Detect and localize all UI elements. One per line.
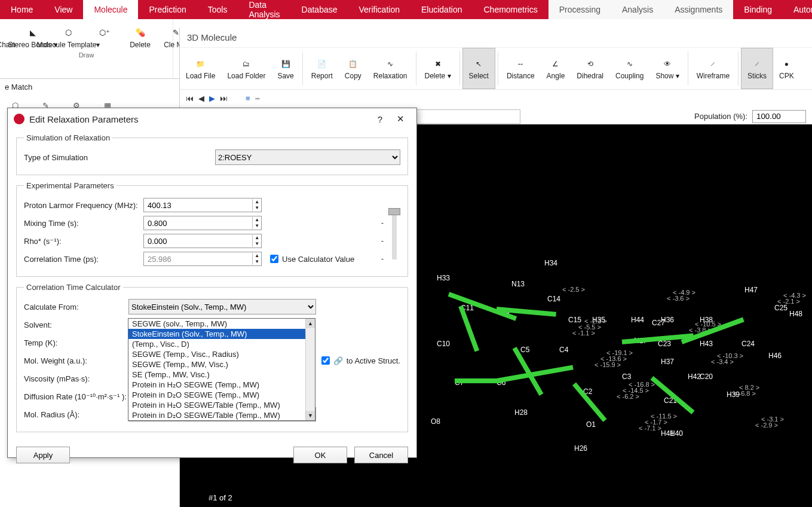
ribbon-molecule-template-[interactable]: ⬡Molecule Template▾ <box>51 22 87 51</box>
menu-tab-assignments[interactable]: Assignments <box>664 0 733 19</box>
population-input[interactable] <box>752 110 806 123</box>
menu-tab-database[interactable]: Database <box>291 0 348 19</box>
dropdown-option[interactable]: Protein in H₂O SEGWE (Temp., MW) <box>128 380 315 390</box>
scroll-down-icon[interactable]: ▼ <box>306 411 315 420</box>
menu-tab-chemometrics[interactable]: Chemometrics <box>473 0 548 19</box>
dropdown-option[interactable]: StokeEinstein (Solv., Temp., MW) <box>128 329 315 339</box>
stack-icon[interactable]: ≡ <box>246 94 250 103</box>
dropdown-option[interactable]: Protein in D₂O SEGWE (Temp., MW) <box>128 390 315 400</box>
cancel-button[interactable]: Cancel <box>354 447 408 463</box>
noe-label: < -3.1 > <box>761 416 784 423</box>
calc-from-select[interactable]: StokeEinstein (Solv., Temp., MW) <box>128 299 316 314</box>
3d-select-button[interactable]: ↖Select <box>462 48 495 89</box>
atom-label: C15 <box>568 316 581 324</box>
3d-coupling-button[interactable]: ∿Coupling <box>609 48 649 89</box>
dropdown-option[interactable]: Protein in H₂O SEGWE/Table (Temp., MW) <box>128 400 315 410</box>
noe-label: < -4.9 > <box>673 289 695 296</box>
menu-tab-prediction[interactable]: Prediction <box>138 0 197 19</box>
scroll-up-icon[interactable]: ▲ <box>306 319 315 328</box>
active-struct-label: to Active Struct. <box>347 356 400 365</box>
3d-relaxation-button[interactable]: ∿Relaxation <box>367 48 413 89</box>
menu-tab-elucidation[interactable]: Elucidation <box>410 0 473 19</box>
3d-show-button[interactable]: 👁Show ▾ <box>649 48 685 89</box>
relaxation-dialog: Edit Relaxation Parameters ? ✕ Simulatio… <box>7 108 417 458</box>
ribbon-icon: ✎ <box>0 24 5 41</box>
active-struct-checkbox[interactable] <box>321 356 330 365</box>
mix-slider-thumb[interactable] <box>388 208 400 215</box>
copy-icon: 📋 <box>347 57 360 71</box>
next-icon[interactable]: ⏭ <box>220 94 228 103</box>
noe-label: < -14.5 > <box>623 387 649 394</box>
sim-type-select[interactable]: 2:ROESY <box>215 149 400 165</box>
noe-label: < -2.1 > <box>777 298 800 305</box>
menu-tab-analysis[interactable]: Analysis <box>611 0 664 19</box>
3d-sticks-button[interactable]: ⟋Sticks <box>741 48 773 89</box>
atom-label: H44 <box>631 316 644 324</box>
rho-input[interactable]: ▲▼ <box>143 234 262 248</box>
noe-label: < -5.5 > <box>578 323 601 331</box>
3d-load-folder-button[interactable]: 🗂Load Folder <box>221 48 271 89</box>
noe-label: < -2.9 > <box>755 422 778 429</box>
3d-report-button[interactable]: 📄Report <box>305 48 339 89</box>
3d-dihedral-button[interactable]: ⟲Dihedral <box>571 48 609 89</box>
dropdown-option[interactable]: SEGWE (Temp., Visc., Radius) <box>128 349 315 359</box>
dropdown-option[interactable]: SE (Temp., MW, Visc.) <box>128 369 315 380</box>
atom-label: H28 <box>514 408 528 417</box>
wireframe-icon: ⟋ <box>706 57 719 71</box>
dropdown-option[interactable]: Protein in D₂O SEGWE/Table (Temp., MW) <box>128 410 315 420</box>
dropdown-option[interactable]: SEGWE (Temp., MW, Visc.) <box>128 359 315 369</box>
3d-distance-button[interactable]: ↔Distance <box>501 48 541 89</box>
3d-wireframe-button[interactable]: ⟋Wireframe <box>691 48 736 89</box>
atom-label: C3 <box>622 372 631 381</box>
menu-tab-molecule[interactable]: Molecule <box>83 0 138 19</box>
noe-label: < -13.6 > <box>600 355 627 362</box>
ribbon-icon[interactable]: ⬡⁺ <box>87 22 122 51</box>
use-calc-checkbox[interactable] <box>270 255 278 263</box>
menu-tab-verification[interactable]: Verification <box>348 0 410 19</box>
menu-tab-automation[interactable]: Automation <box>783 0 812 19</box>
page-indicator: #1 of 2 <box>209 493 232 502</box>
experimental-legend: Experimental Parameters <box>24 181 117 190</box>
menu-tab-binding[interactable]: Binding <box>733 0 783 19</box>
mix-slider-track[interactable] <box>392 212 397 259</box>
3d-delete-button[interactable]: ✖Delete ▾ <box>419 48 457 89</box>
menu-tab-tools[interactable]: Tools <box>197 0 238 19</box>
menu-tab-data-analysis[interactable]: Data Analysis <box>238 0 290 19</box>
menu-tab-processing[interactable]: Processing <box>549 0 611 19</box>
dropdown-option[interactable]: SEGWE (solv., Temp., MW) <box>128 319 315 329</box>
3d-load-file-button[interactable]: 📁Load File <box>180 48 221 89</box>
prev-icon[interactable]: ◀ <box>198 94 204 103</box>
atom-label: H33 <box>437 274 450 282</box>
close-button[interactable]: ✕ <box>390 111 410 127</box>
3d-cpk-button[interactable]: ●CPK <box>773 48 800 89</box>
atom-label: H40 <box>670 429 683 438</box>
play-icon[interactable]: ▶ <box>209 94 215 103</box>
ribbon-delete[interactable]: 💊Delete <box>122 22 158 51</box>
calc-from-dropdown[interactable]: SEGWE (solv., Temp., MW)StokeEinstein (S… <box>128 318 315 421</box>
anchor-icon[interactable]: ⎓ <box>255 94 260 103</box>
ok-button[interactable]: OK <box>293 447 347 463</box>
menu-tab-home[interactable]: Home <box>0 0 44 19</box>
help-button[interactable]: ? <box>370 111 390 127</box>
dropdown-scrollbar[interactable]: ▲ ▼ <box>305 319 315 420</box>
noe-label: < -6.2 > <box>617 393 639 400</box>
larmor-input[interactable]: ▲▼ <box>143 198 262 212</box>
noe-label: < -3.6 > <box>667 295 690 302</box>
menu-tab-view[interactable]: View <box>44 0 83 19</box>
load-folder-icon: 🗂 <box>240 57 253 71</box>
atom-label: H41 <box>661 429 674 438</box>
first-icon[interactable]: ⏮ <box>186 94 194 103</box>
mixing-input[interactable]: ▲▼ <box>143 216 262 230</box>
3d-copy-button[interactable]: 📋Copy <box>339 48 367 89</box>
3d-angle-button[interactable]: ∠Angle <box>541 48 571 89</box>
apply-button[interactable]: Apply <box>16 447 70 463</box>
atom-label: H38 <box>700 316 713 324</box>
dropdown-option[interactable]: (Temp., Visc., D) <box>128 339 315 349</box>
3d-save-button[interactable]: 💾Save <box>271 48 299 89</box>
atom-label: H42 <box>688 372 701 381</box>
noe-label: < -6.8 > <box>733 390 756 397</box>
diff-label: Diffusion Rate (10⁻¹⁰·m²·s⁻¹ ): <box>24 392 128 401</box>
corr-input: ▲▼ <box>143 252 262 266</box>
use-calc-label: Use Calculator Value <box>282 255 354 264</box>
noe-label: < 8.2 > <box>739 384 759 391</box>
